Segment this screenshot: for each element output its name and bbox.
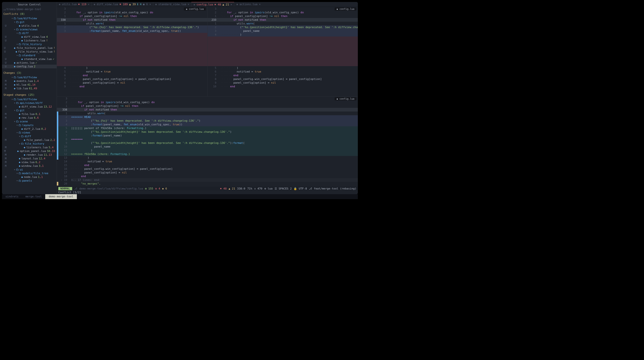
pane-ours[interactable]: ◆ config.lua 3······ 2····for _, option … xyxy=(57,7,207,96)
tree-folder[interactable]: ▾🗀scene/views xyxy=(2,28,56,31)
tree-folder[interactable]: ▾🗀diff xyxy=(2,31,56,35)
status-path: demo-merge-tool/lua/diffview/config.lua xyxy=(79,187,143,190)
lua-file-icon: ◆ xyxy=(14,79,16,83)
lua-file-icon: ◆ xyxy=(19,157,20,160)
lua-file-icon: ◆ xyxy=(19,113,20,116)
section-changes-header[interactable]: Changes (3) xyxy=(2,70,56,75)
sidebar[interactable]: Source Control …/trees/demo-merge-tool C… xyxy=(2,2,57,194)
code-view[interactable]: 3······ 2····for _, option in ipairs(old… xyxy=(208,7,358,88)
lua-file-icon: ◆ xyxy=(59,3,60,6)
tree-file[interactable]: M◆file.lua0, 1 xyxy=(2,112,56,116)
tree-file[interactable]: M◆layout.lua12, 4 xyxy=(2,157,56,160)
tree-folder[interactable]: ▾🗀ui xyxy=(2,168,56,172)
folder-icon: 🗀 xyxy=(18,32,21,35)
tmux-window[interactable]: merge-tool xyxy=(22,194,45,199)
tab-actions[interactable]: ◆actions.lua× xyxy=(234,2,262,7)
tree-file[interactable]: U◆file_history_panel.lua! xyxy=(2,46,56,50)
tree-folder[interactable]: ▾🗀lua/diffview xyxy=(2,75,56,79)
close-icon[interactable]: × xyxy=(230,3,232,6)
tree-folder[interactable]: ▾🗀lua/diffview xyxy=(2,97,56,101)
folder-icon: 🗀 xyxy=(18,172,21,175)
tab-bar[interactable]: ◆utils.lua✖ 119× ◆diff_view.lua✖ 189▲ 39… xyxy=(57,2,358,7)
lua-file-icon: ◆ xyxy=(24,153,26,157)
lua-file-icon: ◆ xyxy=(24,146,26,149)
tree-file[interactable]: M◆events.lua1, 4 xyxy=(2,79,56,83)
winbar-filename: ◆ config.lua xyxy=(334,7,356,10)
status-encoding: 🔒 UTF-8 xyxy=(294,187,307,190)
tree-file[interactable]: M◆file_panel.lua2, 2 xyxy=(2,138,56,142)
tmux-window[interactable]: sindrets xyxy=(2,194,22,199)
pane-merged[interactable]: ◆ config.lua 3······ 2····for _, option … xyxy=(57,97,358,186)
tree-folder[interactable]: ▾🗀scene xyxy=(2,120,56,123)
section-conflicts-header[interactable]: Conflicts (8) xyxy=(2,11,56,16)
tree-file[interactable]: U◆utils.lua4 xyxy=(2,24,56,28)
tab-standardview[interactable]: ◆standard_view.lua× xyxy=(153,2,191,7)
tree-file[interactable]: M◆diff_2.lua0, 2 xyxy=(2,127,56,131)
lua-file-icon: ◆ xyxy=(16,50,17,53)
status-errors: ✖ 48 xyxy=(220,187,227,190)
tree-file[interactable]: M◆view.lua6, 2 xyxy=(2,160,56,164)
status-conflicts: ◆ 6 xyxy=(162,187,167,190)
tree-folder[interactable]: ▾🗀lua/diffview xyxy=(2,16,56,20)
lua-file-icon: ◆ xyxy=(21,57,23,61)
pane-theirs[interactable]: ◆ config.lua 3······ 2····for _, option … xyxy=(207,7,358,96)
tree-file[interactable]: M◆lib.lua61, 49 xyxy=(2,87,56,90)
tree-folder[interactable]: ▾🗀git xyxy=(2,20,56,24)
tree-folder[interactable]: ▾🗀git xyxy=(2,109,56,112)
section-staged-header[interactable]: Staged changes (25) xyxy=(2,92,56,97)
close-icon[interactable]: × xyxy=(88,3,90,6)
code-view[interactable]: 3······ 2····for _, option in ipairs(old… xyxy=(57,97,358,185)
close-icon[interactable]: × xyxy=(259,3,261,6)
status-adds: ⊞ 155 xyxy=(145,187,153,190)
folder-icon: 🗀 xyxy=(18,43,21,46)
folder-icon: 🗀 xyxy=(16,101,19,105)
tree-file[interactable]: M◆hl.lua41, 14 xyxy=(2,83,56,87)
close-icon[interactable]: × xyxy=(149,3,151,6)
tree-file[interactable]: M◆window.lua3, 1 xyxy=(2,164,56,168)
section-count: (3) xyxy=(16,71,22,74)
tree-file[interactable]: U◆file_history_view.lua! xyxy=(2,50,56,53)
tmux-window-active[interactable]: demo-merge-tool xyxy=(45,194,76,199)
mode-indicator: NORMAL xyxy=(58,187,72,190)
section-label: Conflicts xyxy=(4,12,18,15)
tree-file[interactable]: M◆option_panel.lua50, 33 xyxy=(2,149,56,153)
tab-diffview[interactable]: ◆diff_view.lua✖ 189▲ 39ℹ 4● 6× xyxy=(92,2,153,7)
tree-folder[interactable]: ▾🗀layouts xyxy=(2,123,56,127)
lua-file-icon: ◆ xyxy=(194,3,195,6)
tree-folder[interactable]: ▾🗀panels xyxy=(2,179,56,182)
tree-folder[interactable]: ▾🗀file_history xyxy=(2,142,56,146)
branch-icon: ⎇ xyxy=(74,187,77,190)
tab-config-active[interactable]: ◆config.lua✖ 48▲ 21× xyxy=(191,2,234,7)
tree-file[interactable]: M◆rev.lua6, 6 xyxy=(2,116,56,120)
tmux-status[interactable]: sindrets merge-tool demo-merge-tool xyxy=(2,194,358,199)
close-icon[interactable]: × xyxy=(188,3,189,6)
tree-file[interactable]: M◆render.lua11, 13 xyxy=(2,153,56,157)
tree-file[interactable]: U◆listeners.lua! xyxy=(2,39,56,42)
folder-icon: 🗀 xyxy=(16,120,19,123)
tree-folder[interactable]: ▾🗀file_history xyxy=(2,42,56,46)
winbar-filename: ◆ config.lua xyxy=(334,97,356,100)
status-line: NORMAL ⎇ demo-merge-tool/lua/diffview/co… xyxy=(57,186,358,190)
tree-file[interactable]: U◆standard_view.lua✓ xyxy=(2,57,56,61)
folder-icon: 🗀 xyxy=(18,54,21,57)
tree-file-selected[interactable]: U◆config.lua2 xyxy=(2,65,56,68)
tree-folder[interactable]: ▾🗀models/file_tree xyxy=(2,172,56,175)
lua-file-icon: ◆ xyxy=(14,46,16,50)
lua-file-icon: ◆ xyxy=(19,116,20,119)
status-dels: ⊟ 4 xyxy=(155,187,160,190)
status-indent: ☰ SPACES 2 xyxy=(274,187,292,190)
tree-folder[interactable]: ▾🗀views xyxy=(2,131,56,135)
tree-file[interactable]: U◆actions.lua✓ xyxy=(2,61,56,65)
tree-folder[interactable]: ▾🗀standard xyxy=(2,53,56,57)
lua-file-icon: ◆ xyxy=(21,39,23,42)
tree-folder[interactable]: ▾🗀api/views/diff xyxy=(2,101,56,105)
tree-file[interactable]: M◆listeners.lua5, 4 xyxy=(2,146,56,149)
status-filetype: ⚙ lua xyxy=(264,187,272,190)
folder-icon: 🗀 xyxy=(21,142,24,145)
code-view[interactable]: 3······ 2····for _, option in ipairs(old… xyxy=(57,7,207,88)
tab-utils[interactable]: ◆utils.lua✖ 119× xyxy=(57,2,92,7)
tree-file[interactable]: M◆diff_view.lua13, 12 xyxy=(2,105,56,109)
tree-file[interactable]: M◆node.lua1, 1 xyxy=(2,175,56,179)
tree-file[interactable]: U◆diff_view.lua4 xyxy=(2,35,56,39)
tree-folder[interactable]: ▾🗀diff xyxy=(2,135,56,138)
